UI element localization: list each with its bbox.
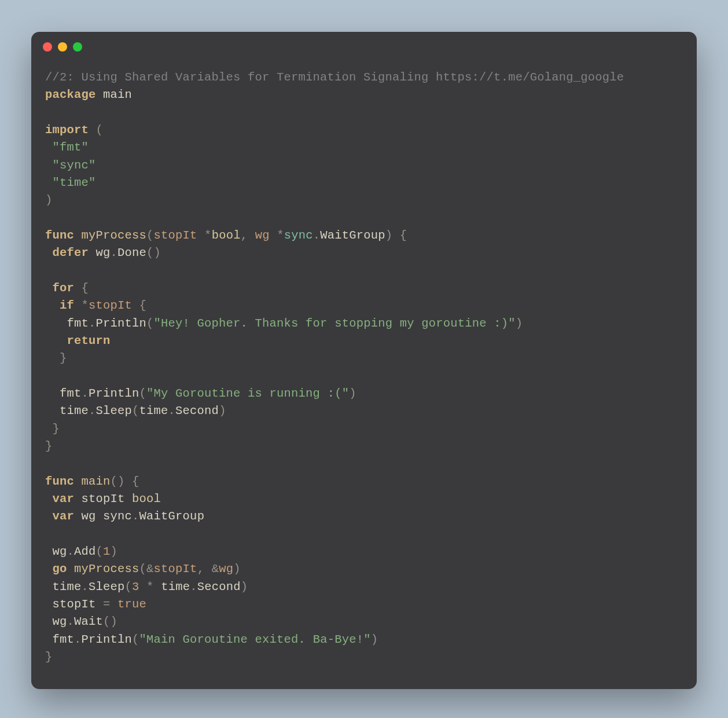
func-main: main — [82, 475, 111, 488]
paren: ) — [516, 317, 523, 330]
comma: , — [197, 562, 205, 576]
ident-wg: wg — [82, 510, 96, 523]
dot: . — [82, 580, 89, 594]
func-name: myProcess — [82, 229, 147, 242]
dot: . — [89, 404, 96, 417]
paren: ( — [146, 317, 154, 330]
call: () — [103, 615, 117, 628]
brace: } — [60, 351, 67, 365]
comma: , — [241, 229, 248, 242]
ident-time: time — [53, 580, 82, 594]
number: 1 — [103, 545, 111, 558]
paren: ( — [139, 562, 147, 576]
close-icon[interactable] — [43, 42, 52, 52]
ident-stopit: stopIt — [82, 492, 125, 505]
method-println: Println — [96, 317, 147, 330]
star: * — [82, 299, 89, 312]
method-done: Done — [117, 246, 146, 259]
string-literal: "Main Goroutine exited. Ba-Bye!" — [139, 633, 371, 646]
dot: . — [82, 387, 89, 400]
call: () — [146, 246, 161, 259]
star: * — [277, 229, 284, 242]
ident-wg: wg — [53, 545, 67, 558]
ident-stopit: stopIt — [53, 598, 96, 611]
method-sleep: Sleep — [96, 404, 133, 417]
paren: ( — [96, 123, 104, 137]
type-waitgroup: WaitGroup — [320, 229, 385, 242]
number: 3 — [132, 580, 139, 594]
amp: & — [146, 562, 154, 576]
paren: ( — [139, 387, 147, 400]
type-bool: bool — [212, 229, 241, 242]
brace: } — [45, 650, 53, 664]
comment-line: //2: Using Shared Variables for Terminat… — [45, 71, 624, 84]
method-println: Println — [89, 387, 139, 400]
brace: } — [45, 439, 53, 453]
package-name: main — [103, 88, 132, 101]
type-sync: sync — [284, 229, 313, 242]
equals: = — [103, 598, 111, 611]
keyword-defer: defer — [53, 246, 89, 259]
keyword-import: import — [45, 123, 89, 137]
paren: ) — [371, 633, 378, 646]
brace: } — [53, 422, 60, 435]
import-fmt: "fmt" — [53, 141, 89, 154]
method-sleep: Sleep — [89, 580, 125, 594]
keyword-func: func — [45, 475, 74, 488]
call: () — [111, 475, 125, 488]
code-area: //2: Using Shared Variables for Terminat… — [31, 52, 697, 689]
ident-wg: wg — [53, 615, 67, 628]
paren: ) — [233, 562, 241, 576]
ident-stopit: stopIt — [89, 299, 132, 312]
window-titlebar — [31, 32, 697, 52]
dot: . — [67, 615, 75, 628]
keyword-return: return — [67, 334, 111, 347]
minimize-icon[interactable] — [58, 42, 67, 52]
star: * — [146, 580, 154, 594]
ident-time: time — [161, 580, 190, 594]
type-waitgroup: WaitGroup — [139, 510, 205, 523]
param-wg: wg — [255, 229, 270, 242]
brace: { — [400, 229, 407, 242]
dot: . — [74, 633, 82, 646]
dot: . — [190, 580, 197, 594]
paren: ) — [385, 229, 393, 242]
keyword-if: if — [60, 299, 74, 312]
ident-fmt: fmt — [67, 317, 89, 330]
method-add: Add — [74, 545, 96, 558]
keyword-package: package — [45, 88, 96, 101]
ident-time: time — [60, 404, 89, 417]
keyword-for: for — [53, 281, 75, 295]
keyword-func: func — [45, 229, 74, 242]
method-wait: Wait — [74, 615, 103, 628]
ident-fmt: fmt — [60, 387, 82, 400]
paren: ) — [241, 580, 248, 594]
brace: { — [82, 281, 89, 295]
keyword-var: var — [53, 492, 75, 505]
call-myprocess: myProcess — [74, 562, 139, 576]
keyword-go: go — [53, 562, 67, 576]
dot: . — [67, 545, 75, 558]
ident-wg: wg — [219, 562, 233, 576]
import-sync: "sync" — [53, 159, 96, 172]
brace: { — [132, 475, 139, 488]
code-window: //2: Using Shared Variables for Terminat… — [31, 32, 697, 689]
maximize-icon[interactable] — [73, 42, 82, 52]
paren: ( — [132, 404, 139, 417]
star: * — [204, 229, 212, 242]
type-sync: sync — [103, 510, 132, 523]
literal-true: true — [117, 598, 146, 611]
ident-wg: wg — [96, 246, 111, 259]
amp: & — [212, 562, 219, 576]
dot: . — [89, 317, 96, 330]
string-literal: "Hey! Gopher. Thanks for stopping my gor… — [154, 317, 516, 330]
dot: . — [313, 229, 321, 242]
dot: . — [168, 404, 176, 417]
paren: ) — [219, 404, 226, 417]
param-stopit: stopIt — [154, 229, 197, 242]
brace: { — [139, 299, 147, 312]
paren: ) — [45, 193, 53, 207]
field-second: Second — [197, 580, 241, 594]
import-time: "time" — [53, 176, 96, 189]
paren: ( — [146, 229, 154, 242]
